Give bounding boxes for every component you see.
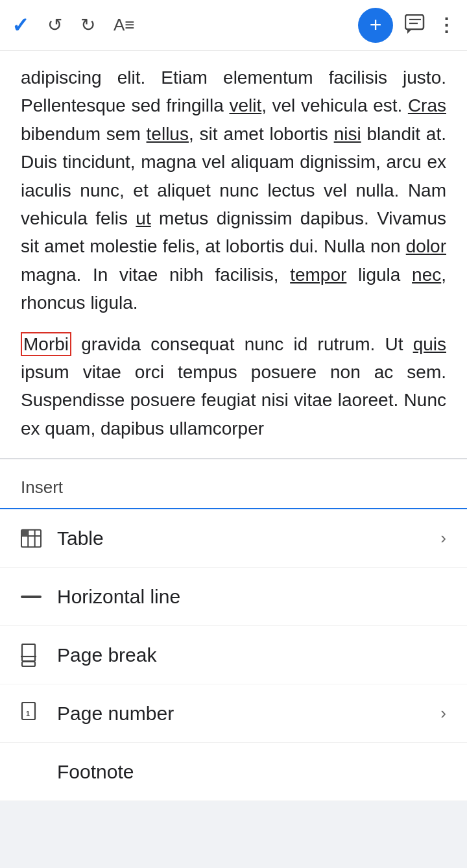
- table-chevron-icon: ›: [440, 528, 446, 548]
- insert-menu-header: Insert: [0, 459, 467, 509]
- cursor-word: Morbi: [21, 332, 71, 356]
- svg-marker-3: [407, 30, 411, 34]
- menu-item-page-number[interactable]: 1 Page number ›: [0, 684, 467, 743]
- nisi-link[interactable]: nisi: [334, 124, 361, 144]
- tempor-link[interactable]: tempor: [290, 265, 346, 285]
- toolbar-left: ✓ ↺ ↻ A≡: [12, 13, 135, 38]
- footnote-label: Footnote: [57, 761, 446, 783]
- page-break-label: Page break: [57, 644, 446, 666]
- svg-rect-12: [22, 662, 35, 666]
- more-options-icon[interactable]: ⋮: [437, 14, 455, 36]
- table-icon: [21, 529, 42, 548]
- menu-item-horizontal-line[interactable]: Horizontal line: [0, 568, 467, 626]
- table-icon-wrap: [21, 529, 57, 548]
- svg-text:1: 1: [26, 710, 30, 717]
- undo-icon[interactable]: ↺: [47, 14, 62, 36]
- cras-link[interactable]: Cras: [408, 95, 446, 115]
- horizontal-line-label: Horizontal line: [57, 586, 446, 608]
- toolbar-right: + ⋮: [358, 8, 455, 43]
- page-number-chevron-icon: ›: [440, 703, 446, 723]
- svg-rect-0: [405, 15, 424, 29]
- document-cursor-paragraph[interactable]: Morbi gravida consequat nunc id rutrum. …: [21, 330, 446, 443]
- document-body-text: adipiscing elit. Etiam elementum facilis…: [21, 67, 446, 313]
- dolor-link[interactable]: dolor: [406, 236, 446, 256]
- document-area: adipiscing elit. Etiam elementum facilis…: [0, 51, 467, 459]
- horizontal-line-icon-wrap: [21, 596, 57, 598]
- quis-link[interactable]: quis: [413, 334, 446, 354]
- toolbar: ✓ ↺ ↻ A≡ + ⋮: [0, 0, 467, 51]
- page-number-label: Page number: [57, 703, 440, 725]
- svg-rect-9: [22, 644, 35, 661]
- horizontal-line-icon: [21, 596, 42, 598]
- svg-rect-8: [21, 529, 28, 535]
- ut-link[interactable]: ut: [136, 208, 150, 228]
- page-break-icon: [21, 644, 40, 667]
- insert-menu: Insert Table › Horizontal line: [0, 459, 467, 801]
- table-label: Table: [57, 527, 440, 549]
- comment-icon[interactable]: [405, 14, 425, 36]
- menu-item-page-break[interactable]: Page break: [0, 626, 467, 684]
- text-format-icon[interactable]: A≡: [114, 15, 135, 35]
- document-text[interactable]: adipiscing elit. Etiam elementum facilis…: [21, 64, 446, 317]
- menu-item-footnote[interactable]: Footnote: [0, 743, 467, 801]
- page-break-icon-wrap: [21, 644, 57, 667]
- redo-icon[interactable]: ↻: [80, 14, 95, 36]
- check-icon[interactable]: ✓: [12, 13, 29, 38]
- velit-link[interactable]: velit: [229, 95, 261, 115]
- page-number-icon: 1: [21, 702, 40, 725]
- page-number-icon-wrap: 1: [21, 702, 57, 725]
- menu-item-table[interactable]: Table ›: [0, 509, 467, 568]
- insert-plus-button[interactable]: +: [358, 8, 393, 43]
- tellus-link[interactable]: tellus: [147, 124, 189, 144]
- nec-link[interactable]: nec: [412, 265, 441, 285]
